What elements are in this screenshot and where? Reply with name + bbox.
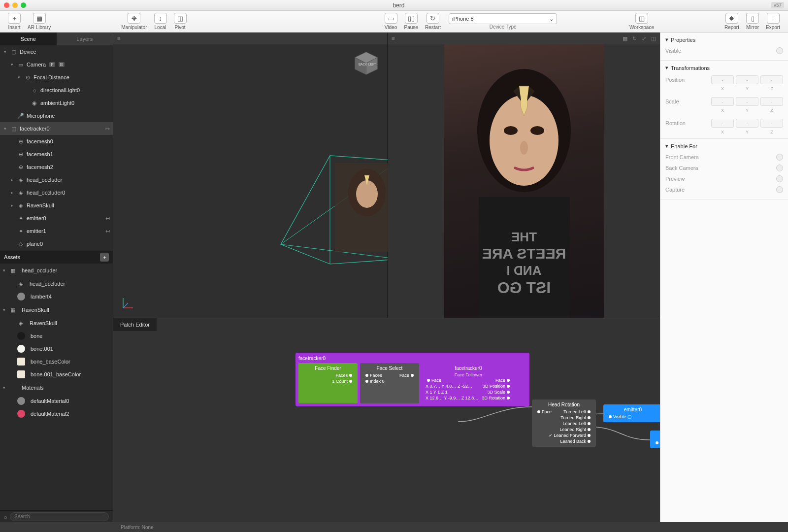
tree-node-Focal Distance[interactable]: ▾⊙Focal Distance <box>0 71 113 84</box>
layout-icon[interactable]: ◫ <box>651 35 656 42</box>
node-emitter1[interactable]: emitter1 Visible ▢ <box>650 431 660 448</box>
asset-lambert4[interactable]: lambert4 <box>0 290 113 303</box>
patch-group-facetracker[interactable]: facetracker0 Face Finder Faces 1 Count F… <box>296 353 529 406</box>
maximize-button[interactable] <box>21 2 26 8</box>
expand-icon[interactable]: ⤢ <box>642 35 646 42</box>
asset-RavenSkull[interactable]: ▾▦RavenSkull <box>0 303 113 317</box>
workspace-icon: ◫ <box>635 13 648 24</box>
grid-icon[interactable]: ▦ <box>623 35 627 42</box>
patch-editor[interactable]: Patch Editor facetracker0 Face Finder Fa… <box>113 318 660 522</box>
asset-head_occluder[interactable]: ▾▦head_occluder <box>0 264 113 277</box>
enable-for-header[interactable]: ▾ Enable For <box>665 143 783 149</box>
asset-RavenSkull[interactable]: ◈RavenSkull <box>0 317 113 330</box>
video-icon: ▭ <box>385 13 397 24</box>
patch-tab[interactable]: Patch Editor <box>113 318 157 331</box>
minimize-button[interactable] <box>12 2 18 8</box>
bug-icon: ✸ <box>725 13 738 24</box>
workspace-button[interactable]: ◫Workspace <box>626 13 657 30</box>
move-icon: ✥ <box>128 13 140 24</box>
tree-node-Device[interactable]: ▾▢Device <box>0 45 113 58</box>
ar-library-button[interactable]: ▦AR Library <box>25 13 54 30</box>
asset-Materials[interactable]: ▾Materials <box>0 381 113 395</box>
pause-button[interactable]: ▯▯Pause <box>401 13 421 30</box>
tab-scene[interactable]: Scene <box>0 33 57 45</box>
tree-node-directionalLight0[interactable]: ☼directionalLight0 <box>0 84 113 97</box>
tree-node-emitter0[interactable]: ✦emitter0↤ <box>0 212 113 225</box>
toolbar: ＋Insert ▦AR Library ✥Manipulator ↕Local … <box>0 11 788 33</box>
visible-toggle[interactable] <box>776 47 783 54</box>
refresh-icon[interactable]: ↻ <box>632 35 637 42</box>
tab-layers[interactable]: Layers <box>57 33 113 45</box>
asset-tree[interactable]: ▾▦head_occluder◈head_occluderlambert4▾▦R… <box>0 264 113 510</box>
tree-node-head_occluder[interactable]: ▸◈head_occluder <box>0 173 113 186</box>
rotation-fields[interactable]: --- <box>711 119 783 128</box>
restart-button[interactable]: ↻Restart <box>422 13 444 30</box>
restart-icon: ↻ <box>427 13 439 24</box>
svg-point-19 <box>530 126 544 135</box>
viewport-3d[interactable]: ≡ BACK LEFT <box>113 33 388 318</box>
asset-bone.001_baseColor[interactable]: bone.001_baseColor <box>0 368 113 381</box>
capture-toggle[interactable] <box>776 186 783 193</box>
add-asset-button[interactable]: ＋ <box>100 253 109 262</box>
scene-tree[interactable]: ▾▢Device▾▭CameraFB▾⊙Focal Distance☼direc… <box>0 45 113 251</box>
tree-node-facemesh1[interactable]: ⊕facemesh1 <box>0 148 113 161</box>
tree-node-facemesh0[interactable]: ⊕facemesh0 <box>0 135 113 148</box>
local-button[interactable]: ↕Local <box>151 13 170 30</box>
tree-node-plane0[interactable]: ◇plane0 <box>0 237 113 250</box>
mirror-button[interactable]: ▯Mirror <box>743 13 762 30</box>
front-camera-toggle[interactable] <box>776 154 783 161</box>
asset-bone_baseColor[interactable]: bone_baseColor <box>0 355 113 368</box>
node-facetracker[interactable]: facetracker0 Face Follower FaceFace X 0.… <box>422 363 515 403</box>
plus-icon: ＋ <box>8 13 21 24</box>
back-camera-label: Back Camera <box>665 165 698 171</box>
traffic-lights <box>4 2 26 8</box>
menu-icon[interactable]: ≡ <box>392 35 394 41</box>
menu-icon[interactable]: ≡ <box>117 35 120 41</box>
insert-button[interactable]: ＋Insert <box>5 13 24 30</box>
transformations-header[interactable]: ▾ Transformations <box>665 65 783 71</box>
asset-defaultMaterial2[interactable]: defaultMaterial2 <box>0 407 113 420</box>
scale-fields[interactable]: --- <box>711 97 783 106</box>
asset-bone.001[interactable]: bone.001 <box>0 342 113 355</box>
asset-defaultMaterial0[interactable]: defaultMaterial0 <box>0 395 113 407</box>
svg-text:IST GO: IST GO <box>497 279 551 297</box>
version-badge: v57 <box>771 2 784 8</box>
report-button[interactable]: ✸Report <box>722 13 742 30</box>
tree-node-ambientLight0[interactable]: ◉ambientLight0 <box>0 97 113 109</box>
tree-node-facetracker0[interactable]: ▾◫facetracker0↦ <box>0 122 113 135</box>
window-title: berd <box>26 2 771 9</box>
tree-node-head_occluder0[interactable]: ▸◈head_occluder0 <box>0 186 113 199</box>
tree-node-RavenSkull[interactable]: ▸◈RavenSkull <box>0 199 113 212</box>
node-head-rotation[interactable]: Head Rotation FaceTurned Left Turned Rig… <box>532 399 596 447</box>
position-fields[interactable]: --- <box>711 75 783 84</box>
pivot-button[interactable]: ◫Pivot <box>171 13 190 30</box>
titlebar: berd v57 <box>0 0 788 11</box>
visible-label: Visible <box>665 48 681 54</box>
export-button[interactable]: ↑Export <box>763 13 783 30</box>
tree-node-Microphone[interactable]: 🎤Microphone <box>0 109 113 122</box>
tree-node-emitter1[interactable]: ✦emitter1↤ <box>0 225 113 237</box>
viewport-preview[interactable]: ≡ ▦ ↻ ⤢ ◫ <box>388 33 660 318</box>
manipulator-button[interactable]: ✥Manipulator <box>118 13 150 30</box>
device-select[interactable]: iPhone 8⌄ <box>449 13 557 24</box>
asset-head_occluder[interactable]: ◈head_occluder <box>0 277 113 290</box>
tree-node-facemesh2[interactable]: ⊕facemesh2 <box>0 161 113 173</box>
left-tabs: Scene Layers <box>0 33 113 45</box>
node-face-select[interactable]: Face Select FacesFace Index 0 <box>360 363 419 403</box>
search-input[interactable] <box>10 512 109 521</box>
export-icon: ↑ <box>767 13 780 24</box>
properties-header[interactable]: ▾ Properties <box>665 36 783 43</box>
tree-node-Camera[interactable]: ▾▭CameraFB <box>0 58 113 71</box>
pause-icon: ▯▯ <box>405 13 418 24</box>
node-face-finder[interactable]: Face Finder Faces 1 Count <box>298 363 358 403</box>
back-camera-toggle[interactable] <box>776 165 783 171</box>
asset-bone[interactable]: bone <box>0 330 113 342</box>
node-emitter0[interactable]: emitter0 Visible ▢ <box>603 404 660 422</box>
orientation-cube[interactable]: BACK LEFT <box>353 50 380 77</box>
status-bar: Platform: None <box>0 522 788 532</box>
preview-toggle[interactable] <box>776 175 783 182</box>
video-button[interactable]: ▭Video <box>382 13 400 30</box>
close-button[interactable] <box>4 2 9 8</box>
platform-status: Platform: None <box>121 525 154 530</box>
svg-point-20 <box>520 141 528 155</box>
